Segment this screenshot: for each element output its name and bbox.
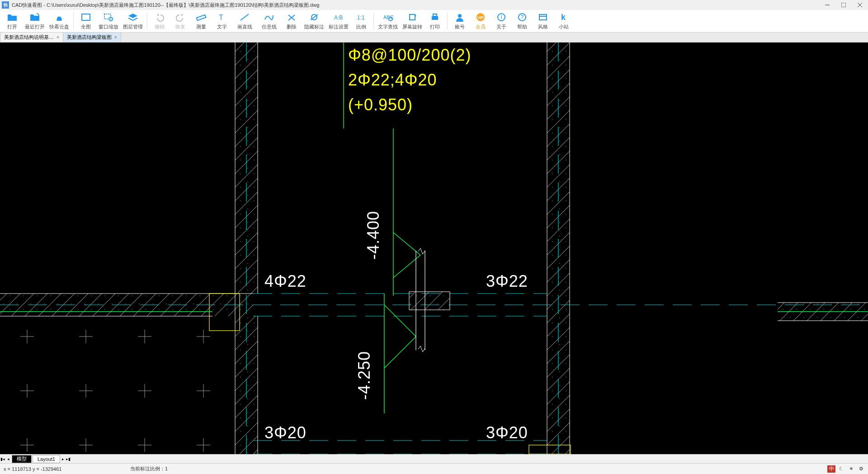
tool-rotate[interactable]: 屏幕旋转: [400, 10, 425, 32]
rebar-3-20-left: 3Φ20: [264, 423, 307, 442]
tool-zoomwin[interactable]: 窗口缩放: [96, 10, 121, 32]
redo-icon: [175, 12, 186, 23]
marksettings-icon: A:B: [333, 12, 344, 23]
svg-text:VIP: VIP: [477, 15, 484, 20]
tool-style[interactable]: 风格: [533, 10, 553, 32]
recent-icon: [29, 12, 40, 23]
svg-text:i: i: [501, 14, 502, 20]
tool-label: 任意线: [262, 24, 277, 30]
cad-drawing: Φ8@100/200(2) 2Φ22;4Φ20 (+0.950) 4Φ22 3Φ…: [0, 43, 868, 454]
undo-icon: [154, 12, 165, 23]
tool-label: 窗口缩放: [99, 24, 118, 30]
tool-measure[interactable]: 测量: [191, 10, 212, 32]
svg-text:?: ?: [521, 14, 524, 20]
layout-nav-prev[interactable]: ◂: [5, 455, 11, 463]
layout-nav-last[interactable]: ▸▮: [66, 455, 71, 463]
tool-text[interactable]: T文字: [212, 10, 232, 32]
rebar-3-20-right: 3Φ20: [486, 423, 528, 442]
layout-nav-first[interactable]: ▮◂: [0, 455, 5, 463]
settings-icon[interactable]: ⚙: [857, 465, 865, 473]
tool-undo: 撤销: [149, 10, 170, 32]
doc-tab-1[interactable]: 美新酒店结构梁板图×: [63, 32, 121, 42]
freeline-icon: [264, 12, 274, 23]
tool-vip[interactable]: VIP会员: [470, 10, 491, 32]
tool-print[interactable]: 打印: [425, 10, 445, 32]
rebar-3-22: 3Φ22: [486, 272, 528, 290]
minimize-icon: [825, 3, 830, 7]
layout-tab-layout1[interactable]: Layout1: [33, 455, 60, 463]
drawing-canvas[interactable]: Φ8@100/200(2) 2Φ22;4Φ20 (+0.950) 4Φ22 3Φ…: [0, 43, 868, 454]
elevation-bottom: -4.250: [355, 351, 373, 400]
print-icon: [429, 12, 440, 23]
tool-label: 快看云盘: [49, 24, 69, 30]
rebar-4-22: 4Φ22: [264, 272, 307, 290]
tool-label: 帮助: [517, 24, 527, 30]
zoomwin-icon: [103, 12, 114, 23]
svg-text:k: k: [561, 13, 566, 22]
tool-full[interactable]: 全图: [75, 10, 96, 32]
ratio-icon: 1:1: [356, 12, 367, 23]
tool-label: 全图: [81, 24, 91, 30]
night-mode-icon[interactable]: ☾: [837, 465, 845, 473]
tool-open[interactable]: 打开: [2, 10, 23, 32]
svg-rect-28: [539, 14, 547, 20]
maximize-icon: [841, 3, 846, 7]
tool-line[interactable]: 画直线: [232, 10, 257, 32]
tool-delete[interactable]: 删除: [281, 10, 302, 32]
brightness-icon[interactable]: ☀: [847, 465, 855, 473]
svg-rect-18: [410, 14, 415, 20]
tool-label: 会员: [476, 24, 486, 30]
svg-rect-20: [433, 14, 437, 16]
tool-account[interactable]: 账号: [449, 10, 470, 32]
tool-recent[interactable]: 最近打开: [23, 10, 47, 32]
tool-freeline[interactable]: 任意线: [257, 10, 281, 32]
tab-close-icon[interactable]: ×: [114, 35, 117, 40]
layout-nav-next[interactable]: ▸: [60, 455, 66, 463]
ime-indicator[interactable]: 中: [827, 465, 835, 473]
svg-text:A:B: A:B: [334, 14, 343, 21]
svg-rect-7: [197, 15, 206, 20]
svg-rect-1: [841, 3, 846, 7]
full-icon: [80, 12, 91, 23]
tool-findtext[interactable]: ABC文字查找: [376, 10, 400, 32]
minimize-button[interactable]: [819, 0, 835, 10]
close-button[interactable]: [852, 0, 868, 10]
tool-marksettings[interactable]: A:B标注设置: [326, 10, 351, 32]
status-coords: x = 1118713 y = -1329461: [0, 466, 127, 472]
svg-text:1:1: 1:1: [357, 14, 365, 21]
tool-label: 账号: [455, 24, 465, 30]
tool-label: 测量: [196, 24, 206, 30]
status-bar: x = 1118713 y = -1329461 当前标注比例：1 中 ☾ ☀ …: [0, 463, 868, 474]
svg-rect-5: [104, 14, 111, 19]
tool-label: 打印: [430, 24, 440, 30]
window-titlebar: 快 CAD快速看图 - C:\Users\xurui\Desktop\美新酒店最…: [0, 0, 868, 10]
delete-icon: [286, 12, 297, 23]
tool-cloud[interactable]: 快看云盘: [47, 10, 71, 32]
tool-layers[interactable]: 图层管理: [121, 10, 145, 32]
tool-about[interactable]: i关于: [491, 10, 512, 32]
measure-icon: [196, 12, 207, 23]
maximize-button[interactable]: [835, 0, 852, 10]
tab-close-icon[interactable]: ×: [57, 35, 59, 40]
line-icon: [239, 12, 250, 23]
about-icon: i: [496, 12, 507, 23]
findtext-icon: ABC: [382, 12, 393, 23]
tool-ratio[interactable]: 1:1比例: [351, 10, 372, 32]
beam-spec-line3: (+0.950): [348, 95, 413, 114]
tool-label: 标注设置: [329, 24, 349, 30]
tool-label: 文字: [217, 24, 227, 30]
tool-help[interactable]: ?帮助: [512, 10, 533, 32]
tool-site[interactable]: k小站: [553, 10, 574, 32]
system-tray: 中 ☾ ☀ ⚙: [825, 465, 868, 473]
tool-hidemarks[interactable]: 隐藏标注: [302, 10, 326, 32]
tool-label: 小站: [559, 24, 569, 30]
open-icon: [7, 12, 18, 23]
tool-label: 关于: [496, 24, 506, 30]
doc-tab-0[interactable]: 美新酒店结构说明基…×: [0, 32, 63, 42]
beam-spec-line2: 2Φ22;4Φ20: [348, 71, 437, 89]
style-icon: [538, 12, 548, 23]
tool-label: 撤销: [155, 24, 165, 30]
main-toolbar: 打开最近打开快看云盘全图窗口缩放图层管理撤销恢复测量T文字画直线任意线删除隐藏标…: [0, 10, 868, 33]
layout-tab-model[interactable]: 模型: [12, 455, 32, 463]
vip-icon: VIP: [475, 12, 486, 23]
